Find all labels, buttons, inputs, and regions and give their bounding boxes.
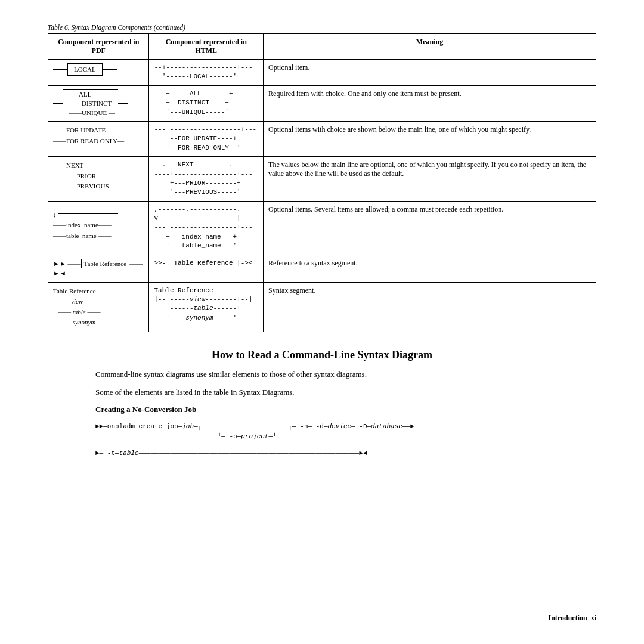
pdf-cell-local: LOCAL — [48, 60, 149, 86]
html-cell-tableref-seg: Table Reference |--+-----view--------+--… — [149, 282, 264, 332]
html-cell-all: ---+-----ALL-------+--- +--DISTINCT----+… — [149, 85, 264, 121]
table-row: Table Reference ——view —— —— table —— ——… — [48, 282, 596, 332]
html-cell-next: .---NEXT---------. ----+----------------… — [149, 157, 264, 202]
meaning-cell-index: Optional items. Several items are allowe… — [264, 201, 596, 255]
meaning-cell-all: Required item with choice. One and only … — [264, 85, 596, 121]
table-row: ►► ——Table Reference——►◄ >>-| Table Refe… — [48, 255, 596, 282]
cmd-diagram-2: ►— -t—table—————————————————————————————… — [95, 448, 572, 459]
meaning-cell-local: Optional item. — [264, 60, 596, 86]
section-para-1: Command-line syntax diagrams use similar… — [95, 369, 572, 380]
col-header-html: Component represented in HTML — [149, 34, 264, 60]
table-row: ——NEXT— ——— PRIOR—— ——— PREVIOUS— .---NE… — [48, 157, 596, 202]
cmd-diagram-1: ►►—onpladm create job—job—┬─────────────… — [95, 422, 572, 442]
table-caption: Table 6. Syntax Diagram Components (cont… — [48, 24, 596, 31]
pdf-cell-index: ↓ ——index_name—— ——table_name —— — [48, 201, 149, 255]
meaning-cell-forupdate: Optional items with choice are shown bel… — [264, 121, 596, 156]
table-row: ↓ ——index_name—— ——table_name —— ,------… — [48, 201, 596, 255]
col-header-meaning: Meaning — [264, 34, 596, 60]
pdf-cell-tableref-arrow: ►► ——Table Reference——►◄ — [48, 255, 149, 282]
section-body: Command-line syntax diagrams use similar… — [95, 369, 572, 459]
html-cell-index: ,-------,------------. V | ---+---------… — [149, 201, 264, 255]
html-cell-tableref-arrow: >>-| Table Reference |->< — [149, 255, 264, 282]
meaning-cell-tableref-arrow: Reference to a syntax segment. — [264, 255, 596, 282]
syntax-table: Component represented in PDF Component r… — [48, 33, 596, 332]
table-row: ——FOR UPDATE —— ——FOR READ ONLY— ---+---… — [48, 121, 596, 156]
pdf-cell-all: ——ALL— ——DISTINCT— ——UNIQUE — — [48, 85, 149, 121]
html-cell-forupdate: ---+------------------+--- +--FOR UPDATE… — [149, 121, 264, 156]
subsection-heading: Creating a No-Conversion Job — [95, 404, 572, 416]
html-cell-local: --+------------------+--- '------LOCAL--… — [149, 60, 264, 86]
meaning-cell-tableref-seg: Syntax segment. — [264, 282, 596, 332]
pdf-cell-tableref-seg: Table Reference ——view —— —— table —— ——… — [48, 282, 149, 332]
section-heading: How to Read a Command-Line Syntax Diagra… — [48, 349, 596, 361]
footer-page: xi — [591, 614, 596, 622]
table-row: LOCAL --+------------------+--- '------L… — [48, 60, 596, 86]
col-header-pdf: Component represented in PDF — [48, 34, 149, 60]
table-row: ——ALL— ——DISTINCT— ——UNIQUE — ---+-----A… — [48, 85, 596, 121]
pdf-cell-next: ——NEXT— ——— PRIOR—— ——— PREVIOUS— — [48, 157, 149, 202]
footer: Introduction xi — [549, 614, 596, 623]
section-para-2: Some of the elements are listed in the t… — [95, 386, 572, 398]
pdf-cell-forupdate: ——FOR UPDATE —— ——FOR READ ONLY— — [48, 121, 149, 156]
footer-label: Introduction — [549, 614, 587, 622]
meaning-cell-next: The values below the main line are optio… — [264, 157, 596, 202]
